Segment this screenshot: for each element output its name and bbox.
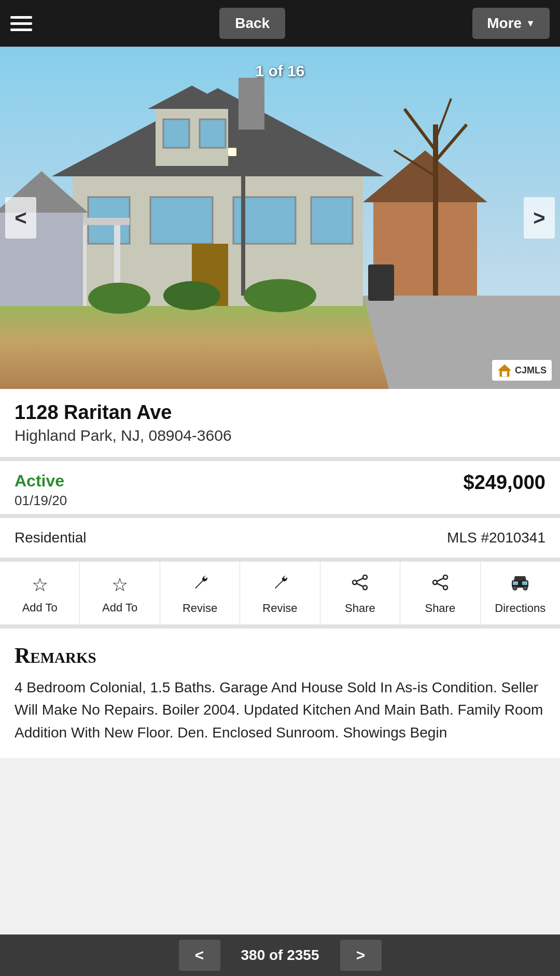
- property-info-section: 1128 Raritan Ave Highland Park, NJ, 0890…: [0, 389, 560, 461]
- svg-rect-19: [228, 148, 236, 156]
- star-icon-1: ☆: [32, 574, 48, 596]
- image-carousel: 1 of 16 < > CJMLS: [0, 47, 560, 389]
- chevron-down-icon: ▼: [526, 18, 535, 29]
- remarks-section: Remarks 4 Bedroom Colonial, 1.5 Baths. G…: [0, 629, 560, 758]
- svg-point-21: [163, 281, 220, 310]
- mls-badge-text: CJMLS: [515, 365, 547, 376]
- revise-label-1: Revise: [183, 602, 217, 615]
- carousel-next-button[interactable]: >: [524, 197, 555, 239]
- property-city-state-zip: Highland Park, NJ, 08904-3606: [15, 427, 545, 444]
- property-address: 1128 Raritan Ave: [15, 401, 545, 424]
- more-label: More: [487, 15, 522, 32]
- car-icon: [510, 573, 530, 596]
- svg-point-37: [363, 585, 367, 590]
- revise-label-2: Revise: [262, 602, 297, 615]
- listing-status: Active: [15, 471, 67, 491]
- wrench-icon-1: [191, 573, 209, 596]
- svg-line-44: [437, 578, 443, 581]
- svg-marker-47: [514, 576, 526, 580]
- mls-badge: CJMLS: [492, 360, 552, 381]
- svg-point-20: [88, 283, 150, 314]
- directions-label: Directions: [495, 602, 545, 615]
- svg-line-45: [437, 583, 443, 587]
- more-button[interactable]: More ▼: [472, 8, 550, 39]
- share-label-1: Share: [345, 602, 375, 615]
- svg-point-48: [513, 586, 517, 590]
- svg-rect-9: [150, 197, 213, 244]
- star-icon-2: ☆: [111, 574, 128, 596]
- status-row: Active 01/19/20 $249,000: [0, 461, 560, 518]
- carousel-prev-button[interactable]: <: [5, 197, 36, 239]
- svg-rect-51: [522, 581, 527, 585]
- add-to-button-2[interactable]: ☆ Add To: [80, 562, 160, 624]
- mls-number: MLS #2010341: [447, 529, 545, 546]
- svg-rect-11: [311, 197, 353, 244]
- remarks-title: Remarks: [15, 643, 545, 668]
- share-button-1[interactable]: Share: [320, 562, 400, 624]
- svg-rect-50: [513, 581, 518, 585]
- remarks-text: 4 Bedroom Colonial, 1.5 Baths. Garage An…: [15, 676, 545, 744]
- svg-rect-6: [163, 119, 189, 148]
- revise-button-2[interactable]: Revise: [240, 562, 320, 624]
- share-button-2[interactable]: Share: [400, 562, 480, 624]
- action-bar: ☆ Add To ☆ Add To Revise Revise: [0, 562, 560, 629]
- directions-button[interactable]: Directions: [481, 562, 560, 624]
- svg-point-38: [353, 580, 357, 584]
- share-label-2: Share: [425, 602, 455, 615]
- svg-rect-35: [502, 371, 507, 377]
- share-icon-1: [351, 573, 369, 596]
- svg-rect-17: [241, 150, 245, 296]
- listing-date: 01/19/20: [15, 493, 67, 509]
- menu-button[interactable]: [10, 16, 32, 31]
- listing-price: $249,000: [464, 471, 546, 494]
- top-navigation: Back More ▼: [0, 0, 560, 47]
- svg-point-43: [433, 580, 437, 584]
- svg-point-36: [363, 575, 367, 579]
- svg-point-22: [244, 279, 316, 312]
- svg-line-40: [357, 583, 363, 587]
- revise-button-1[interactable]: Revise: [160, 562, 240, 624]
- property-type: Residential: [15, 529, 87, 546]
- image-counter: 1 of 16: [255, 62, 304, 80]
- pagination-next-button[interactable]: >: [340, 940, 382, 971]
- property-meta-row: Residential MLS #2010341: [0, 518, 560, 562]
- add-to-label-1: Add To: [22, 601, 58, 615]
- wrench-icon-2: [271, 573, 289, 596]
- back-button[interactable]: Back: [219, 8, 285, 39]
- share-icon-2: [431, 573, 450, 596]
- add-to-button-1[interactable]: ☆ Add To: [0, 562, 80, 624]
- pagination-prev-button[interactable]: <: [179, 940, 220, 971]
- svg-rect-13: [239, 78, 264, 130]
- svg-rect-7: [200, 119, 226, 148]
- svg-line-39: [357, 578, 363, 581]
- svg-rect-33: [368, 264, 394, 301]
- pagination-count: 380 of 2355: [220, 947, 340, 964]
- bottom-navigation: < 380 of 2355 >: [0, 935, 560, 976]
- svg-point-41: [443, 575, 447, 579]
- add-to-label-2: Add To: [102, 601, 137, 615]
- svg-point-49: [523, 586, 527, 590]
- svg-point-42: [443, 585, 447, 590]
